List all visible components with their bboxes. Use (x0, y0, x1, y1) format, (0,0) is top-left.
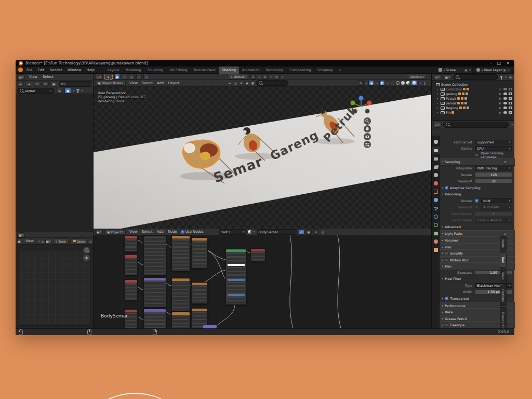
pin-icon[interactable]: ◎ (321, 230, 325, 234)
property-row-open-shading-language[interactable]: Open Shading Language (440, 152, 515, 158)
disclosure-icon[interactable]: ▸ (442, 239, 443, 242)
create-folder-icon[interactable]: ▣ (50, 81, 57, 87)
editor-type-icon[interactable]: ≡▾ (433, 74, 442, 80)
select-mode-subtract-icon[interactable]: ◱ (129, 74, 135, 79)
dropdown-supported[interactable]: Supported▾ (475, 140, 512, 145)
view-menu[interactable]: View (23, 239, 36, 243)
file-browser-menu-view[interactable]: View (26, 75, 40, 79)
outliner-row-petruk[interactable]: ▸Petruk✓ (432, 96, 515, 101)
disclosure-icon[interactable]: ▸ (437, 92, 440, 95)
gizmo-y-axis[interactable] (351, 101, 355, 105)
shader-sidebar-tab-tool[interactable]: Tool (500, 252, 507, 268)
shader-node-8[interactable] (171, 278, 190, 311)
property-row-adaptive-sampling[interactable]: ▸✓Adaptive Sampling··· (440, 184, 515, 191)
exclude-checkbox[interactable]: ✓ (498, 107, 501, 110)
disclosure-icon[interactable]: ▸ (442, 324, 443, 326)
disclosure-icon[interactable]: ▸ (442, 232, 443, 235)
panel-menu-icon[interactable]: ··· (508, 304, 513, 308)
clear-search-icon[interactable]: × (49, 89, 52, 92)
editor-type-icon[interactable]: ⊟▾ (433, 122, 442, 128)
filter-icon[interactable] (76, 89, 79, 91)
disclosure-icon[interactable]: ▸ (442, 304, 443, 307)
camera-filter-icon[interactable]: ◉ (245, 81, 249, 85)
object-types-icon[interactable]: ◻ (233, 81, 238, 85)
disclosure-icon[interactable]: ▸ (442, 317, 443, 320)
world-properties-tab-icon[interactable] (432, 180, 440, 187)
blender-menu-icon[interactable] (18, 68, 23, 72)
workspace-tab-scripting[interactable]: Scripting (314, 66, 336, 74)
close-button[interactable]: × (506, 61, 510, 65)
disclosure-icon[interactable]: ▸ (442, 311, 443, 313)
dropdown-blackman-harris[interactable]: Blackman-Harris▾ (475, 283, 512, 288)
new-image-button[interactable]: + New (53, 238, 69, 244)
zoom-tool-icon[interactable] (83, 247, 90, 254)
shader-node-9[interactable] (171, 312, 190, 328)
disclosure-icon[interactable]: ▸ (437, 97, 440, 100)
base-color-swatch[interactable] (228, 264, 245, 266)
texture-properties-tab-icon[interactable] (432, 246, 440, 254)
shader-node-2[interactable] (124, 280, 138, 301)
main-menu-file[interactable]: File (24, 68, 35, 72)
shading-material-icon[interactable] (406, 81, 410, 85)
disclosure-icon[interactable]: ▸ (437, 88, 440, 90)
shader-sidebar-tab-options[interactable]: Options (500, 285, 507, 306)
pause-render-icon[interactable]: ‖ (422, 81, 427, 85)
hide-eye-icon[interactable] (503, 107, 507, 109)
panel-menu-icon[interactable]: ··· (508, 238, 513, 242)
shader-sidebar-tab-view[interactable]: View (500, 269, 507, 284)
gizmo-minus-y-axis[interactable] (365, 109, 369, 113)
panel-menu-icon[interactable]: ··· (508, 232, 513, 235)
property-row-advanced[interactable]: ▸Advanced··· (440, 223, 515, 230)
shader-node-3[interactable] (124, 309, 138, 328)
hide-eye-icon[interactable] (503, 92, 507, 95)
disable-render-camera-icon[interactable] (509, 111, 512, 114)
checkbox[interactable] (475, 153, 478, 157)
hide-eye-icon[interactable] (503, 102, 507, 104)
dropdown-automatic[interactable]: Automatic▾ (481, 205, 512, 210)
annotation-icon[interactable]: A (239, 81, 244, 85)
select-mode-new-icon[interactable]: ▦ (114, 74, 120, 79)
outliner-row-gareng[interactable]: ▸gareng✓ (432, 91, 515, 96)
panel-menu-icon[interactable]: ··· (508, 251, 513, 255)
disclosure-icon[interactable]: ▾ (442, 277, 443, 280)
select-mode-extend-icon[interactable]: ◻ (122, 74, 127, 79)
hide-eye-icon[interactable] (503, 97, 507, 100)
properties-search-input[interactable] (443, 122, 509, 128)
disclosure-icon[interactable]: ▾ (442, 265, 443, 268)
options-dropdown[interactable]: Options▾ (407, 74, 427, 79)
disclosure-icon[interactable]: ▾ (442, 193, 443, 195)
dropdown-nlm[interactable]: NLM▾ (481, 198, 512, 203)
shader-sidebar-tab-node[interactable]: Node (500, 236, 507, 251)
outliner-item-label[interactable]: Semar (446, 101, 456, 105)
node-canvas[interactable]: BodySemar ▾ Active Tool ··· ▸ Select Box… (94, 235, 431, 328)
unlink-material-icon[interactable]: × (313, 229, 319, 235)
object-properties-tab-icon[interactable] (432, 188, 440, 195)
value-field-1-00[interactable]: 1.00 (475, 270, 512, 275)
vertical-list-icon[interactable]: ≡ (56, 88, 63, 94)
orthographic-toggle-button[interactable] (364, 141, 371, 148)
disclosure-icon[interactable]: ▸ (442, 259, 443, 261)
shader-menu-add[interactable]: Add (155, 230, 166, 234)
material-name-field[interactable]: Body.Semar (257, 229, 297, 235)
main-menu-help[interactable]: Help (84, 68, 98, 72)
checkbox[interactable]: ✓ (445, 297, 448, 300)
checkbox[interactable]: ✓ (475, 199, 478, 203)
disable-render-camera-icon[interactable] (509, 102, 512, 104)
title-bar[interactable]: Blender* [E:\Fun Technology\3D\AR\wayang… (16, 60, 514, 66)
property-row-viewport[interactable]: Viewport32 (440, 178, 515, 184)
main-menu-window[interactable]: Window (65, 68, 84, 72)
exclude-checkbox[interactable]: ✓ (498, 102, 501, 105)
forward-icon[interactable]: → (25, 81, 32, 87)
shading-rendered-active[interactable] (411, 81, 417, 85)
gizmo-x-axis[interactable] (367, 101, 372, 105)
workspace-tab-compositing[interactable]: Compositing (286, 66, 314, 74)
chevron-down-icon[interactable]: ▾ (82, 89, 83, 92)
chevron-down-icon[interactable]: ▾ (511, 123, 513, 126)
slot-dropdown[interactable]: Slot 1▾ (219, 229, 246, 235)
path-field[interactable]: D:\ (59, 81, 91, 87)
shading-solid-icon[interactable] (401, 81, 405, 85)
property-row-denoising[interactable]: ▾Denoising··· (440, 191, 515, 197)
pin-icon[interactable]: ◎ (89, 239, 92, 244)
particles-properties-tab-icon[interactable] (432, 205, 440, 212)
output-properties-tab-icon[interactable] (432, 155, 440, 162)
